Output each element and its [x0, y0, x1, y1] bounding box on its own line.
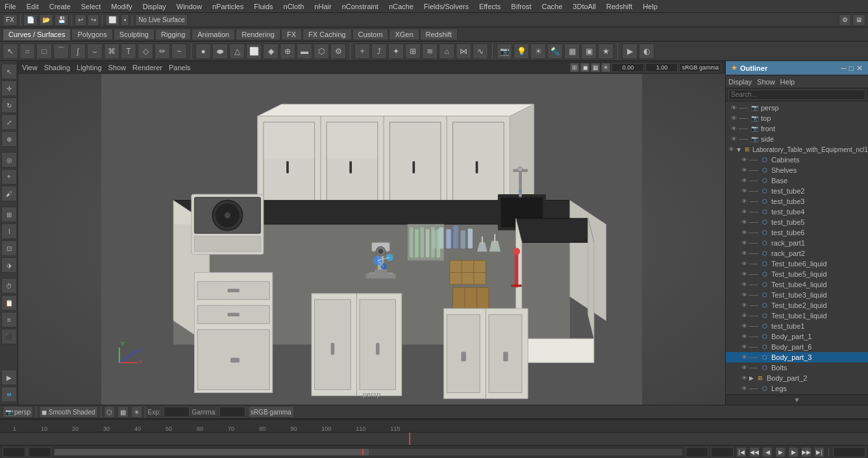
tree-item-shelves[interactable]: 👁 ⬡ Shelves	[726, 165, 868, 175]
tree-item-cabinets[interactable]: 👁 ⬡ Cabinets	[726, 155, 868, 165]
vp-texture-btn[interactable]: ▦	[591, 63, 600, 72]
move-tool[interactable]: ✛	[1, 81, 17, 96]
spot-btn[interactable]: 🔦	[547, 44, 563, 59]
deform-btn[interactable]: ≋	[422, 44, 438, 59]
new-scene-btn[interactable]: 📄	[23, 14, 38, 26]
select-tool-btn[interactable]: ↖	[3, 44, 18, 59]
vp-exposure-input[interactable]: 0.00	[612, 63, 644, 72]
vp-view-menu[interactable]: View	[22, 64, 38, 71]
current-frame-input[interactable]: 120	[686, 447, 708, 457]
outliner-minimize-btn[interactable]: ─	[841, 64, 847, 73]
end-frame-input[interactable]: 1000	[711, 447, 734, 457]
attr-editor-btn[interactable]: 📋	[1, 295, 17, 311]
timeline-scrubber[interactable]	[54, 448, 683, 456]
vp-shading-btn[interactable]: ◼	[580, 63, 589, 72]
shading-mode[interactable]: ◼ Smooth Shaded	[39, 406, 98, 418]
torus-btn[interactable]: ⊕	[280, 44, 295, 59]
menu-nhair[interactable]: nHair	[312, 3, 333, 10]
tree-item-lab-group[interactable]: 👁 ▼ ⊞ Laboratory_Table_with_Equipment_nc…	[726, 144, 868, 155]
outliner-close-btn[interactable]: ✕	[856, 64, 863, 73]
menu-cache[interactable]: Cache	[540, 3, 565, 10]
tab-fx-caching[interactable]: FX Caching	[303, 29, 351, 40]
vp-renderer-menu[interactable]: Renderer	[132, 64, 162, 71]
joint-btn[interactable]: +	[354, 44, 370, 59]
save-scene-btn[interactable]: 💾	[55, 14, 69, 26]
menu-3dtoall[interactable]: 3DtoAll	[571, 3, 597, 10]
square-btn[interactable]: □	[36, 44, 52, 59]
select-all-btn[interactable]: ⬜	[105, 14, 119, 26]
soft-sel-tool[interactable]: ◎	[1, 152, 17, 168]
tab-curves-surfaces[interactable]: Curves / Surfaces	[3, 29, 71, 40]
bend-btn[interactable]: ⌂	[439, 44, 454, 59]
frame-input-1[interactable]: 1	[3, 447, 25, 457]
menu-modify[interactable]: Modify	[109, 3, 134, 10]
menu-help[interactable]: Help	[641, 3, 660, 10]
deselect-btn[interactable]: ▪	[121, 14, 130, 26]
camera-btn[interactable]: 📷	[497, 44, 512, 59]
tab-fx[interactable]: FX	[281, 29, 302, 40]
diamond-btn[interactable]: ◆	[263, 44, 279, 59]
curve-btn[interactable]: ⌒	[53, 44, 69, 59]
transform-tool[interactable]: ⊕	[1, 131, 17, 147]
quick-render-btn[interactable]: ▶	[1, 370, 17, 385]
prev-btn[interactable]: ◀	[762, 447, 773, 457]
scale-tool[interactable]: ⤢	[1, 114, 17, 130]
tree-item-top[interactable]: 👁 📷 top	[726, 113, 868, 123]
tab-animation[interactable]: Animation	[192, 29, 235, 40]
tree-item-bolts[interactable]: 👁 ⬡ Bolts	[726, 363, 868, 373]
viewport[interactable]: View Shading Lighting Show Renderer Pane…	[18, 61, 725, 405]
tree-item-rackpart1[interactable]: 👁 ⬡ rack_part1	[726, 238, 868, 248]
tree-item-tt3liq[interactable]: 👁 ⬡ Test_tube3_liquid	[726, 290, 868, 300]
wireframe-toggle[interactable]: ⬡	[104, 406, 115, 418]
cube-btn[interactable]: ⬜	[246, 44, 262, 59]
lighting-toggle[interactable]: ☀	[131, 406, 142, 418]
vol-btn[interactable]: ▣	[581, 44, 597, 59]
tab-redshift[interactable]: Redshift	[420, 29, 458, 40]
select-tool[interactable]: ↖	[1, 64, 17, 79]
system-settings-btn[interactable]: ⚙	[839, 14, 851, 26]
area-btn[interactable]: ▦	[564, 44, 580, 59]
spiral-btn[interactable]: ⌘	[104, 44, 119, 59]
tab-rigging[interactable]: Rigging	[155, 29, 191, 40]
pencil-btn[interactable]: ✏	[155, 44, 170, 59]
camera-selector[interactable]: 📷 persp	[3, 406, 33, 418]
vp-grid-btn[interactable]: ⊞	[570, 63, 579, 72]
tab-sculpting[interactable]: Sculpting	[114, 29, 155, 40]
ik-btn[interactable]: ⤴	[371, 44, 387, 59]
tab-polygons[interactable]: Polygons	[71, 29, 112, 40]
next-keyframe-btn[interactable]: ▶▶	[801, 447, 812, 457]
outliner-maximize-btn[interactable]: □	[849, 64, 854, 73]
tree-item-legs[interactable]: 👁 ⬡ Legs	[726, 383, 868, 394]
ep-curve-btn[interactable]: ~	[171, 44, 187, 59]
arc-btn[interactable]: ⌣	[87, 44, 103, 59]
tree-item-testtube6[interactable]: 👁 ⬡ test_tube6	[726, 227, 868, 238]
render-btn[interactable]: ▶	[622, 44, 638, 59]
menu-edit[interactable]: Edit	[25, 3, 41, 10]
outliner-show-menu[interactable]: Show	[757, 78, 775, 86]
redshift-light-btn[interactable]: ★	[598, 44, 614, 59]
outliner-tree[interactable]: 👁 📷 persp 👁 📷 top 👁 📷 front 👁 📷	[726, 101, 868, 394]
nurbs-btn[interactable]: ◇	[138, 44, 153, 59]
tree-item-tt1[interactable]: 👁 ⬡ test_tube1	[726, 321, 868, 331]
no-live-surface-btn[interactable]: No Live Surface	[135, 14, 188, 26]
tree-item-side[interactable]: 👁 📷 side	[726, 134, 868, 144]
menu-select[interactable]: Select	[79, 3, 103, 10]
menu-ncloth[interactable]: nCloth	[282, 3, 306, 10]
vp-light-btn[interactable]: ☀	[601, 63, 610, 72]
plane-btn[interactable]: ▬	[297, 44, 312, 59]
tab-xgen[interactable]: XGen	[389, 29, 419, 40]
wave-btn[interactable]: ∿	[473, 44, 488, 59]
vp-colorspace-dropdown[interactable]: sRGB gamma	[679, 63, 721, 72]
next-btn[interactable]: ▶	[788, 447, 799, 457]
light-btn[interactable]: 💡	[514, 44, 529, 59]
prev-frame-btn[interactable]: |◀	[736, 447, 747, 457]
next-frame-btn[interactable]: ▶|	[814, 447, 825, 457]
colorspace-select[interactable]: sRGB gamma	[248, 406, 294, 418]
menu-bifrost[interactable]: Bifrost	[509, 3, 533, 10]
rotate-tool[interactable]: ↻	[1, 97, 17, 113]
gear-shape-btn[interactable]: ⚙	[330, 44, 346, 59]
tree-item-bodypart1[interactable]: 👁 ⬡ Body_part_1	[726, 331, 868, 342]
menu-redshift[interactable]: Redshift	[604, 3, 634, 10]
tree-item-persp[interactable]: 👁 📷 persp	[726, 103, 868, 113]
cylinder-btn[interactable]: ⬬	[212, 44, 228, 59]
